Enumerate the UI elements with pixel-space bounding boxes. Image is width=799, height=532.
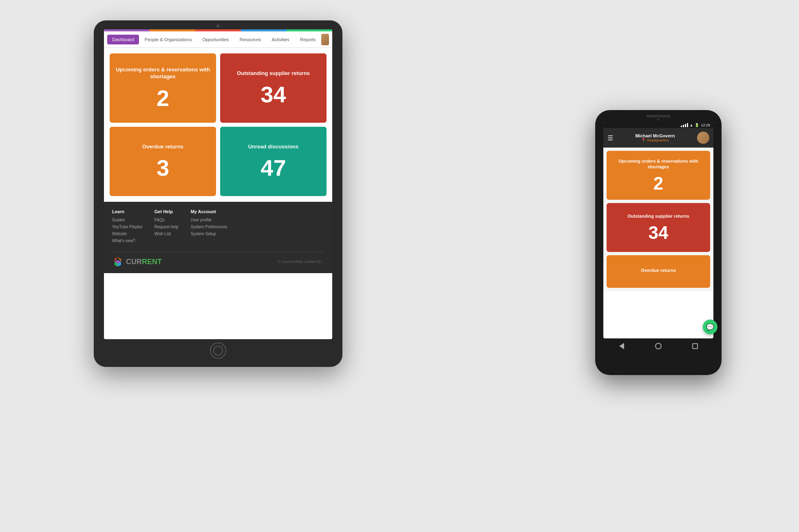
tablet-home-button-inner [213, 346, 223, 355]
tab-resources[interactable]: Resources [235, 35, 266, 44]
footer-link-faqs[interactable]: FAQs [155, 216, 179, 223]
footer-col-learn-heading: Learn [112, 209, 142, 214]
tablet-nav: Dashboard People & Organizations Opportu… [104, 31, 332, 48]
tab-dashboard[interactable]: Dashboard [107, 35, 139, 44]
brand-logo: CURRENT [112, 256, 162, 267]
tablet-card-supplier[interactable]: Outstanding supplier returns 34 [220, 53, 327, 123]
phone-cards: Upcoming orders & reservations with shor… [603, 148, 713, 291]
phone-camera [657, 118, 660, 121]
tab-activities[interactable]: Activities [267, 35, 294, 44]
phone-avatar [697, 132, 709, 144]
phone-nav-bar [603, 338, 713, 353]
phone-card-overdue[interactable]: Overdue returns [607, 255, 710, 288]
card-overdue-label: Overdue returns [142, 143, 183, 150]
card-supplier-label: Outstanding supplier returns [237, 70, 310, 77]
phone-location-text: Headquarters [647, 138, 669, 142]
footer-col-help: Get Help FAQs Request help Wish List [155, 209, 179, 244]
footer-link-syssetup[interactable]: System Setup [191, 230, 227, 237]
scene: Dashboard People & Organizations Opportu… [0, 0, 799, 532]
tablet-dashboard: Upcoming orders & reservations with shor… [104, 48, 332, 202]
footer-link-website[interactable]: Website [112, 230, 142, 237]
phone-home-button[interactable] [654, 342, 662, 350]
color-bar-blue [241, 29, 287, 31]
footer-columns: Learn Guides YouTube Playlist Website Wh… [112, 209, 324, 244]
tab-people[interactable]: People & Organizations [140, 35, 197, 44]
phone-card-overdue-label: Overdue returns [641, 267, 676, 273]
tablet-camera [216, 24, 220, 28]
tablet-card-upcoming[interactable]: Upcoming orders & reservations with shor… [110, 53, 216, 123]
brand-name: CURRENT [126, 258, 162, 266]
avatar-image [321, 34, 329, 45]
tablet-home-button[interactable] [210, 342, 226, 359]
color-bar-purple [104, 29, 150, 31]
tablet-nav-avatar[interactable] [321, 34, 329, 45]
footer-col-account: My Account User profile System Preferenc… [191, 209, 227, 244]
tablet-footer: Learn Guides YouTube Playlist Website Wh… [104, 202, 332, 273]
phone-recent-button[interactable] [691, 342, 699, 350]
footer-col-learn: Learn Guides YouTube Playlist Website Wh… [112, 209, 142, 244]
card-upcoming-label: Upcoming orders & reservations with shor… [115, 66, 211, 80]
status-time: 12:29 [701, 123, 710, 127]
phone: ▲ 🔋 12:29 ☰ Michael McGovern 📍 Headquart… [595, 110, 722, 375]
phone-header-info: Michael McGovern 📍 Headquarters [616, 133, 694, 142]
chat-icon: 💬 [706, 323, 714, 331]
phone-card-supplier[interactable]: Outstanding supplier returns 34 [607, 203, 710, 252]
footer-link-youtube[interactable]: YouTube Playlist [112, 223, 142, 230]
phone-card-supplier-label: Outstanding supplier returns [627, 213, 689, 219]
battery-icon: 🔋 [695, 123, 699, 127]
footer-link-sysprefs[interactable]: System Preferences [191, 223, 227, 230]
color-bar-red [195, 29, 241, 31]
current-rms-logo-icon [112, 256, 124, 267]
footer-col-help-heading: Get Help [155, 209, 179, 214]
phone-card-upcoming-number: 2 [653, 174, 663, 192]
back-icon [619, 343, 624, 349]
footer-link-guides[interactable]: Guides [112, 216, 142, 223]
phone-header: ☰ Michael McGovern 📍 Headquarters [603, 128, 713, 148]
phone-card-upcoming[interactable]: Upcoming orders & reservations with shor… [607, 151, 710, 200]
footer-link-request[interactable]: Request help [155, 223, 179, 230]
tab-reports[interactable]: Reports [295, 35, 321, 44]
phone-location: 📍 Headquarters [616, 138, 694, 142]
phone-status-bar: ▲ 🔋 12:29 [603, 122, 713, 128]
footer-link-wishlist[interactable]: Wish List [155, 230, 179, 237]
phone-card-supplier-number: 34 [649, 224, 669, 242]
wifi-icon: ▲ [690, 123, 693, 127]
phone-back-button[interactable] [618, 342, 626, 350]
color-bar-orange [150, 29, 195, 31]
recent-icon [692, 343, 698, 349]
phone-card-upcoming-label: Upcoming orders & reservations with shor… [611, 158, 705, 170]
signal-icon [681, 123, 688, 127]
footer-link-profile[interactable]: User profile [191, 216, 227, 223]
phone-fab-chat[interactable]: 💬 [703, 320, 717, 334]
card-overdue-number: 3 [157, 157, 169, 179]
footer-link-whatsnew[interactable]: What's new? [112, 237, 142, 244]
tablet-screen: Dashboard People & Organizations Opportu… [104, 29, 332, 339]
card-unread-label: Unread discussions [248, 143, 299, 150]
card-upcoming-number: 2 [157, 87, 169, 110]
phone-speaker [646, 115, 671, 117]
tablet-card-unread[interactable]: Unread discussions 47 [220, 127, 327, 196]
card-supplier-number: 34 [260, 83, 286, 106]
home-icon [655, 343, 662, 349]
phone-screen: ▲ 🔋 12:29 ☰ Michael McGovern 📍 Headquart… [603, 122, 713, 338]
tablet-card-overdue[interactable]: Overdue returns 3 [110, 127, 216, 196]
phone-menu-icon[interactable]: ☰ [607, 134, 613, 142]
color-bar-green [287, 29, 332, 31]
phone-user-name: Michael McGovern [616, 133, 694, 138]
card-unread-number: 47 [260, 157, 286, 179]
tablet-color-bar [104, 29, 332, 31]
location-pin-icon: 📍 [641, 138, 646, 142]
footer-copyright: © Current-RMS Limited 20... [278, 260, 324, 264]
footer-brand: CURRENT © Current-RMS Limited 20... [112, 252, 324, 267]
tablet: Dashboard People & Organizations Opportu… [94, 20, 342, 367]
tab-opportunities[interactable]: Opportunities [197, 35, 234, 44]
footer-col-account-heading: My Account [191, 209, 227, 214]
